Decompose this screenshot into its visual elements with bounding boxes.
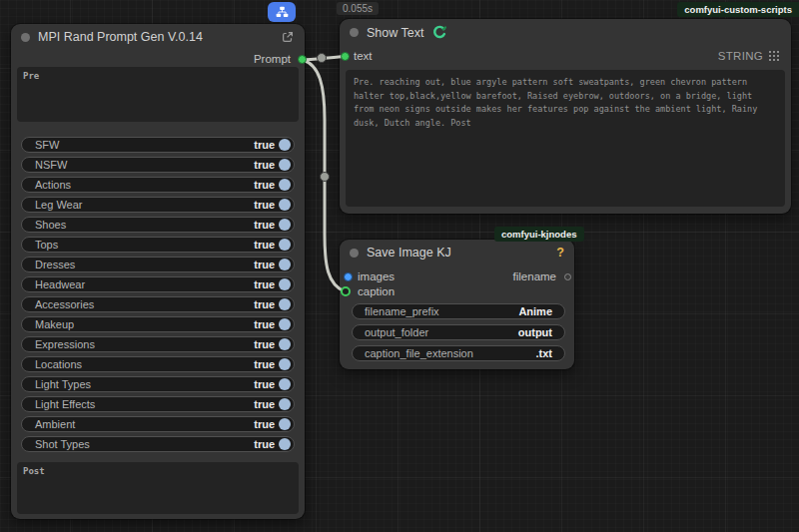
toggle-nsfw[interactable]: NSFWtrue [21,157,295,173]
show-text-output-area[interactable]: Pre. reaching out, blue argyle pattern s… [346,70,785,207]
toggle-value: true [254,139,275,151]
caption-input-port[interactable] [341,286,351,296]
node-title: Show Text [367,26,423,40]
toggle-label: Expressions [35,338,254,350]
images-input-port[interactable] [344,272,353,281]
toggle-dresses[interactable]: Dressestrue [21,257,295,272]
toggle-value: true [254,418,275,430]
toggle-knob-icon[interactable] [279,239,291,251]
execution-time-badge: 0.055s [337,2,379,15]
wire-midpoint-dot[interactable] [321,173,330,182]
pysssss-snake-icon [431,25,446,40]
widget-label: filename_prefix [365,305,518,317]
wire-prompt-to-caption[interactable] [303,60,345,291]
expand-icon[interactable] [281,30,295,44]
toggle-sfw[interactable]: SFWtrue [21,137,295,153]
input-label: text [354,50,373,62]
kjnodes-badge: comfyui-kjnodes [494,227,584,242]
toggle-tops[interactable]: Topstrue [21,237,295,253]
text-input-port[interactable] [341,52,350,61]
toggle-label: Shoes [35,219,254,231]
node-header[interactable]: MPI Rand Prompt Gen V.0.14 [11,24,305,48]
collapse-dot-icon[interactable] [350,249,359,258]
widget-value: output [518,326,552,338]
node-header[interactable]: Show Text [340,19,791,44]
toggle-knob-icon[interactable] [279,338,291,350]
toggle-knob-icon[interactable] [279,398,291,410]
pre-text-input[interactable]: Pre [17,67,299,122]
toggle-knob-icon[interactable] [279,139,291,151]
output-label: Prompt [254,53,291,65]
custom-scripts-badge: comfyui-custom-scripts [677,2,799,17]
toggle-knob-icon[interactable] [279,179,291,191]
toggle-headwear[interactable]: Headweartrue [21,276,295,292]
toggle-shot-types[interactable]: Shot Typestrue [21,436,295,452]
toggle-actions[interactable]: Actionstrue [21,177,295,193]
node-title: Save Image KJ [367,246,548,260]
wire-prompt-to-text[interactable] [303,57,345,61]
toggle-leg-wear[interactable]: Leg Weartrue [21,197,295,213]
toggle-value: true [254,259,275,270]
toggle-value: true [254,199,275,211]
collapse-dot-icon[interactable] [21,33,30,42]
toggle-label: SFW [35,139,254,151]
collapse-dot-icon[interactable] [350,28,359,37]
toggle-value: true [254,159,275,171]
toggle-label: NSFW [35,159,254,171]
toggle-knob-icon[interactable] [279,438,291,450]
toggle-label: Light Types [35,378,254,390]
toggle-label: Leg Wear [35,199,254,211]
toggle-light-types[interactable]: Light Typestrue [21,376,295,392]
input-row-images[interactable]: images [358,270,395,282]
toggle-knob-icon[interactable] [279,199,291,211]
toggle-knob-icon[interactable] [279,219,291,231]
node-header[interactable]: Save Image KJ ? [340,240,574,264]
toggle-shoes[interactable]: Shoestrue [21,217,295,233]
toggle-label: Accessories [35,298,254,310]
toggle-expressions[interactable]: Expressionstrue [21,336,295,352]
toggle-ambient[interactable]: Ambienttrue [21,416,295,432]
grid-output-icon [769,51,779,61]
output-row-string[interactable]: STRING [718,50,779,62]
toggle-value: true [254,278,275,290]
toggle-knob-icon[interactable] [279,278,291,290]
widget-output_folder[interactable]: output_folderoutput [352,324,565,340]
help-icon[interactable]: ? [556,246,564,260]
toggle-knob-icon[interactable] [279,298,291,310]
toggle-accessories[interactable]: Accessoriestrue [21,296,295,312]
toggle-locations[interactable]: Locationstrue [21,356,295,372]
widget-caption_file_extension[interactable]: caption_file_extension.txt [352,345,565,361]
widget-label: output_folder [365,326,518,338]
toggle-knob-icon[interactable] [279,358,291,370]
toggle-value: true [254,179,275,191]
toggle-knob-icon[interactable] [279,418,291,430]
node-mpi-rand-prompt-gen[interactable]: MPI Rand Prompt Gen V.0.14 Prompt Pre SF… [11,24,305,519]
widget-filename_prefix[interactable]: filename_prefixAnime [352,303,565,319]
output-row-prompt[interactable]: Prompt [254,53,291,65]
workflow-button[interactable] [268,2,296,22]
input-row-text[interactable]: text [354,50,373,62]
toggle-label: Tops [35,239,254,251]
toggle-knob-icon[interactable] [279,378,291,390]
toggle-knob-icon[interactable] [279,318,291,330]
input-row-caption[interactable]: caption [358,285,395,297]
toggle-label: Actions [35,179,254,191]
input-label: images [358,270,395,282]
node-save-image-kj[interactable]: Save Image KJ ? images filename caption … [340,240,574,369]
toggle-light-effects[interactable]: Light Effectstrue [21,396,295,412]
toggle-knob-icon[interactable] [279,159,291,171]
toggle-value: true [254,219,275,231]
toggle-value: true [254,338,275,350]
toggle-knob-icon[interactable] [279,259,291,270]
output-row-filename[interactable]: filename [513,270,556,282]
post-text-input[interactable]: Post [17,462,299,514]
widget-label: caption_file_extension [365,347,536,359]
wire-midpoint-dot[interactable] [318,54,327,63]
node-show-text[interactable]: Show Text text STRING Pre. reaching out,… [340,19,791,214]
toggle-makeup[interactable]: Makeuptrue [21,316,295,332]
prompt-output-port[interactable] [298,55,307,64]
toggle-label: Locations [35,358,254,370]
toggle-value: true [254,398,275,410]
widget-value: Anime [518,305,552,317]
filename-output-port[interactable] [564,273,571,280]
